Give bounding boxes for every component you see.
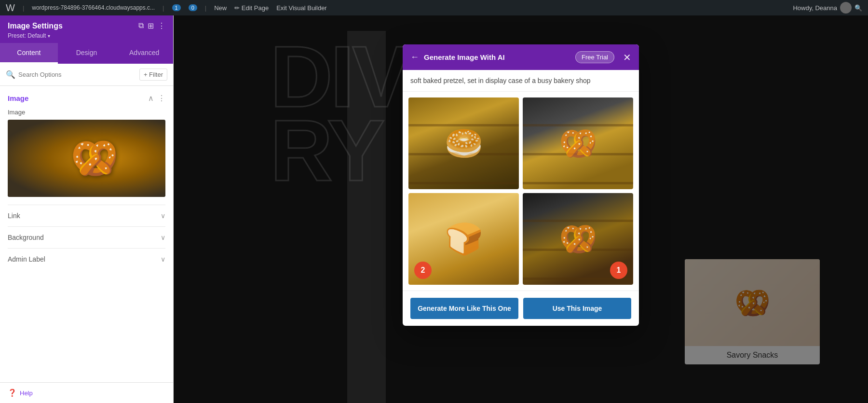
generate-more-button[interactable]: Generate More Like This One	[410, 298, 518, 319]
section-icons: ∧ ⋮	[148, 94, 165, 103]
use-image-button[interactable]: Use This Image	[523, 298, 631, 319]
copy-icon[interactable]: ⧉	[138, 21, 144, 30]
main-layout: Image Settings ⧉ ⊞ ⋮ Preset: Default ▾ C…	[0, 15, 868, 403]
exit-visual-builder-button[interactable]: Exit Visual Builder	[276, 4, 327, 12]
link-section: Link ∨	[8, 205, 165, 226]
site-name[interactable]: wordpress-784896-3766464.cloudwaysapps.c…	[32, 4, 155, 11]
admin-label-section: Admin Label ∨	[8, 248, 165, 270]
modal-title: Generate Image With AI	[424, 53, 570, 61]
pretzel-icon: 🥨	[70, 136, 119, 181]
pretzel-icon-4: 🥨	[559, 221, 597, 257]
comments-count[interactable]: 1	[172, 4, 181, 11]
background-section: Background ∨	[8, 226, 165, 248]
help-section[interactable]: ❓ Help	[0, 382, 173, 403]
background-chevron-icon: ∨	[161, 234, 165, 241]
panel-title-row: Image Settings ⧉ ⊞ ⋮	[8, 21, 165, 30]
help-circle-icon: ❓	[8, 389, 17, 397]
images-grid: 🥯 🥨 🍞	[408, 97, 633, 285]
panel-header-icons: ⧉ ⊞ ⋮	[138, 21, 165, 30]
tab-content[interactable]: Content	[0, 43, 58, 64]
panel-title: Image Settings	[8, 22, 135, 30]
badge-2: 2	[414, 262, 432, 279]
background-label: Background	[8, 234, 44, 241]
modal-overlay: ← Generate Image With AI Free Trial ✕ so…	[174, 15, 868, 403]
badge-1: 1	[610, 262, 627, 279]
link-label: Link	[8, 212, 20, 220]
image-section-header: Image ∧ ⋮	[8, 94, 165, 103]
preset-label[interactable]: Preset: Default ▾	[8, 32, 165, 39]
image-subsection-label: Image	[8, 109, 165, 116]
search-icon[interactable]: 🔍	[854, 4, 862, 12]
wp-logo-icon[interactable]: W	[6, 2, 15, 14]
filter-button[interactable]: + Filter	[139, 69, 167, 81]
section-collapse-icon[interactable]: ∧	[148, 94, 154, 103]
free-trial-badge[interactable]: Free Trial	[575, 51, 614, 63]
search-input-wrap: 🔍	[6, 70, 136, 79]
panel-tabs: Content Design Advanced	[0, 43, 173, 64]
image-cell-1[interactable]: 🥯	[408, 97, 519, 189]
bakery-image-2: 🥨	[523, 97, 633, 189]
avatar	[840, 2, 852, 14]
search-icon: 🔍	[6, 70, 15, 79]
image-cell-3[interactable]: 🍞 2	[408, 193, 519, 285]
ai-modal: ← Generate Image With AI Free Trial ✕ so…	[403, 44, 639, 326]
image-cell-4[interactable]: 🥨 1	[523, 193, 633, 285]
link-chevron-icon: ∨	[161, 212, 165, 220]
modal-footer: Generate More Like This One Use This Ima…	[403, 291, 639, 326]
modal-close-button[interactable]: ✕	[623, 52, 631, 63]
bread-icon-3: 🍞	[445, 221, 483, 257]
bread-icon-1: 🥯	[445, 125, 483, 162]
admin-label-chevron-icon: ∨	[161, 255, 165, 263]
left-panel: Image Settings ⧉ ⊞ ⋮ Preset: Default ▾ C…	[0, 15, 174, 403]
admin-label-label: Admin Label	[8, 255, 45, 263]
edit-page-button[interactable]: ✏ Edit Page	[234, 4, 269, 12]
modal-back-button[interactable]: ←	[410, 52, 419, 62]
page-area: DIVI RY 🥨 Savory Snacks ← Generate Image…	[174, 15, 868, 403]
pretzel-bg: 🥨	[8, 120, 165, 197]
panel-header: Image Settings ⧉ ⊞ ⋮ Preset: Default ▾	[0, 15, 173, 43]
columns-icon[interactable]: ⊞	[148, 21, 154, 30]
admin-label-section-header[interactable]: Admin Label ∨	[8, 255, 165, 263]
chevron-down-icon: ▾	[48, 33, 50, 39]
chat-count[interactable]: 0	[189, 4, 197, 11]
image-preview[interactable]: 🥨	[8, 120, 165, 197]
image-cell-2[interactable]: 🥨	[523, 97, 633, 189]
search-bar: 🔍 + Filter	[0, 64, 173, 86]
tab-advanced[interactable]: Advanced	[115, 43, 173, 64]
tab-design[interactable]: Design	[58, 43, 116, 64]
pencil-icon: ✏	[234, 4, 240, 12]
help-label: Help	[20, 389, 33, 397]
new-button[interactable]: New	[214, 4, 227, 12]
image-section-title: Image	[8, 94, 28, 102]
panel-content: Image ∧ ⋮ Image 🥨 Link ∨	[0, 86, 173, 382]
modal-prompt: soft baked pretzel, set in display case …	[403, 70, 639, 92]
user-greeting: Howdy, Deanna 🔍	[793, 2, 862, 14]
link-section-header[interactable]: Link ∨	[8, 212, 165, 220]
section-more-icon[interactable]: ⋮	[158, 94, 165, 103]
modal-images: 🥯 🥨 🍞	[403, 92, 639, 291]
bakery-image-1: 🥯	[408, 97, 519, 189]
pretzel-icon-2: 🥨	[559, 125, 597, 162]
modal-header: ← Generate Image With AI Free Trial ✕	[403, 44, 639, 70]
search-input[interactable]	[18, 71, 136, 78]
more-options-icon[interactable]: ⋮	[158, 21, 165, 30]
wp-admin-bar: W | wordpress-784896-3766464.cloudwaysap…	[0, 0, 868, 15]
background-section-header[interactable]: Background ∨	[8, 234, 165, 241]
